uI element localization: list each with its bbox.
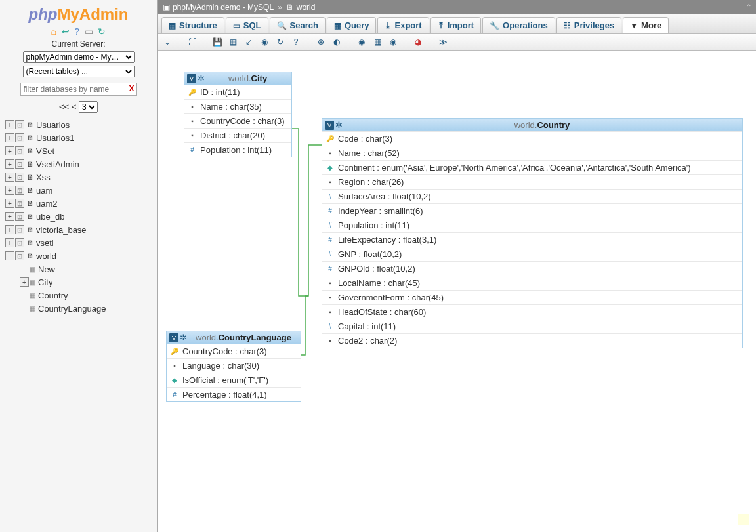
expand-icon[interactable]: + (20, 277, 29, 287)
table-item[interactable]: ▦New (20, 262, 152, 276)
toolbar-grid-icon[interactable]: ⊕ (315, 36, 327, 48)
table-item[interactable]: ▦Country (20, 289, 152, 302)
db-label[interactable]: vseti (36, 238, 54, 248)
toolbar-fullscreen-icon[interactable]: ⛶ (186, 36, 198, 48)
db-label[interactable]: victoria_base (36, 225, 87, 235)
table-item[interactable]: +▦City (20, 276, 152, 289)
table-item[interactable]: ▦CountryLanguage (20, 302, 152, 315)
db-label[interactable]: Usuarios1 (36, 133, 75, 143)
expand-icon[interactable]: + (5, 186, 14, 195)
table-label[interactable]: Country (38, 291, 68, 300)
link-icon[interactable]: ⊡ (15, 212, 24, 221)
db-item[interactable]: +⊡🗎uam (5, 184, 152, 197)
db-label[interactable]: Usuarios (36, 120, 70, 130)
column-row[interactable]: ▪LocalName : char(45) (322, 276, 742, 290)
db-label[interactable]: VSet (36, 146, 54, 156)
db-item[interactable]: +⊡🗎VsetiAdmin (5, 157, 152, 171)
tab-structure[interactable]: ▦Structure (161, 17, 224, 33)
column-row[interactable]: #IndepYear : smallint(6) (322, 203, 742, 218)
toolbar-toggle-icon[interactable]: ⌄ (161, 36, 173, 48)
toolbar-choose-icon[interactable]: ◉ (259, 36, 270, 48)
column-row[interactable]: 🔑CountryCode : char(3) (167, 344, 301, 358)
table-header[interactable]: V✲world.CountryLanguage (167, 331, 301, 344)
link-icon[interactable]: ⊡ (15, 225, 24, 234)
tab-export[interactable]: ⤓Export (377, 17, 429, 33)
page-select[interactable]: 3 (79, 101, 98, 113)
expand-icon[interactable]: + (5, 199, 14, 208)
bottom-note-icon[interactable] (738, 514, 749, 525)
table-visible-icon[interactable]: V (325, 121, 334, 130)
server-select[interactable]: phpMyAdmin demo - My… (23, 51, 135, 63)
toolbar-snap-icon[interactable]: ◉ (356, 36, 368, 48)
breadcrumb-db[interactable]: world (297, 3, 316, 12)
db-label[interactable]: uam (36, 186, 52, 195)
link-icon[interactable]: ⊡ (15, 199, 24, 208)
column-row[interactable]: ▪CountryCode : char(3) (184, 113, 291, 128)
column-row[interactable]: #GNP : float(10,2) (322, 247, 742, 261)
tab-more[interactable]: ▼More (623, 17, 669, 33)
db-label[interactable]: VsetiAdmin (36, 159, 79, 169)
table-label[interactable]: City (38, 277, 52, 287)
column-row[interactable]: ▪GovernmentForm : char(45) (322, 290, 742, 304)
filter-databases-input[interactable] (20, 83, 137, 96)
logout-icon[interactable]: ↩ (62, 26, 70, 37)
column-row[interactable]: #GNPOld : float(10,2) (322, 261, 742, 276)
expand-icon[interactable]: + (5, 225, 14, 234)
table-options-icon[interactable]: ✲ (198, 73, 207, 83)
column-row[interactable]: ▪Name : char(52) (322, 146, 742, 160)
reload-icon[interactable]: ↻ (98, 26, 106, 37)
tab-sql[interactable]: ▭SQL (226, 17, 268, 33)
db-item[interactable]: +⊡🗎vseti (5, 236, 152, 249)
expand-icon[interactable]: + (5, 146, 14, 155)
sql-icon[interactable]: ▭ (85, 26, 93, 37)
expand-icon[interactable]: + (5, 238, 14, 247)
db-item[interactable]: +⊡🗎Usuarios (5, 118, 152, 131)
page-prev[interactable]: << < (59, 102, 76, 112)
designer-table-city[interactable]: V✲world.City🔑ID : int(11)▪Name : char(35… (184, 72, 292, 157)
column-row[interactable]: ◆Continent : enum('Asia','Europe','North… (322, 160, 742, 174)
column-row[interactable]: #Population : int(11) (322, 218, 742, 232)
toolbar-reload-icon[interactable]: ↻ (274, 36, 286, 48)
db-label[interactable]: ube_db (36, 212, 64, 222)
link-icon[interactable]: ⊡ (15, 251, 24, 260)
logo[interactable]: phpMyAdmin (0, 0, 157, 25)
column-row[interactable]: 🔑Code : char(3) (322, 131, 742, 146)
db-item[interactable]: +⊡🗎victoria_base (5, 223, 152, 236)
toolbar-angular-icon[interactable]: ◐ (331, 36, 343, 48)
toolbar-pdf-icon[interactable]: ◕ (412, 36, 424, 48)
designer-table-countrylanguage[interactable]: V✲world.CountryLanguage🔑CountryCode : ch… (166, 331, 301, 402)
link-icon[interactable]: ⊡ (15, 238, 24, 247)
column-row[interactable]: #LifeExpectancy : float(3,1) (322, 232, 742, 247)
db-item[interactable]: +⊡🗎Usuarios1 (5, 131, 152, 144)
link-icon[interactable]: ⊡ (15, 186, 24, 195)
toolbar-small-icon[interactable]: ▦ (371, 36, 383, 48)
expand-icon[interactable]: + (5, 173, 14, 182)
column-row[interactable]: ▪Name : char(35) (184, 99, 291, 113)
db-item[interactable]: +⊡🗎Xss (5, 171, 152, 184)
db-label[interactable]: Xss (36, 173, 51, 182)
toolbar-newtable-icon[interactable]: ▦ (227, 36, 239, 48)
tab-import[interactable]: ⤒Import (430, 17, 481, 33)
designer-table-country[interactable]: V✲world.Country🔑Code : char(3)▪Name : ch… (322, 118, 743, 348)
table-visible-icon[interactable]: V (169, 333, 178, 342)
db-label[interactable]: uam2 (36, 199, 58, 209)
tab-operations[interactable]: 🔧Operations (482, 17, 555, 33)
column-row[interactable]: 🔑ID : int(11) (184, 85, 291, 99)
table-options-icon[interactable]: ✲ (335, 120, 345, 130)
column-row[interactable]: ▪Region : char(26) (322, 174, 742, 189)
expand-icon[interactable]: − (5, 251, 14, 260)
collapse-icon[interactable]: ⌃ (746, 3, 752, 12)
tab-privileges[interactable]: ☷Privileges (556, 17, 621, 33)
table-options-icon[interactable]: ✲ (180, 333, 189, 342)
column-row[interactable]: #SurfaceArea : float(10,2) (322, 189, 742, 203)
toolbar-help-icon[interactable]: ? (290, 36, 302, 48)
breadcrumb-server[interactable]: phpMyAdmin demo - MySQL (173, 3, 274, 12)
toolbar-save-icon[interactable]: 💾 (211, 36, 223, 48)
column-row[interactable]: ▪Language : char(30) (167, 358, 301, 373)
toolbar-relation-icon[interactable]: ↙ (243, 36, 255, 48)
column-row[interactable]: ▪Code2 : char(2) (322, 333, 742, 348)
column-row[interactable]: #Percentage : float(4,1) (167, 387, 301, 401)
link-icon[interactable]: ⊡ (15, 159, 24, 169)
expand-icon[interactable]: + (5, 159, 14, 169)
db-item[interactable]: +⊡🗎uam2 (5, 197, 152, 210)
